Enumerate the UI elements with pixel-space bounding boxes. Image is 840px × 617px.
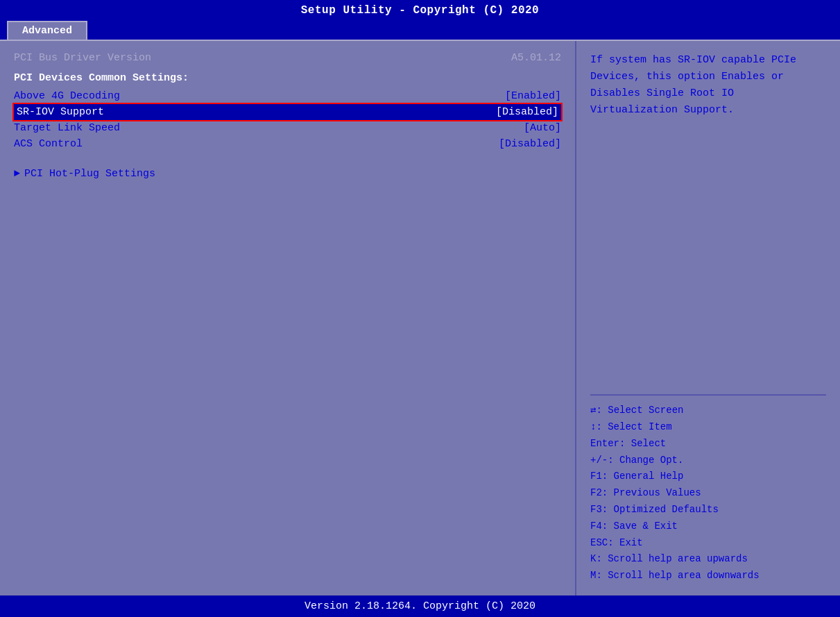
- pci-hotplug-submenu[interactable]: ► PCI Hot-Plug Settings: [14, 166, 561, 182]
- submenu-arrow-icon: ►: [14, 168, 20, 180]
- acs-label: ACS Control: [14, 138, 83, 150]
- right-panel: If system has SR-IOV capable PCIe Device…: [576, 41, 840, 595]
- nav-key-8: F4: Save & Exit: [590, 518, 826, 535]
- common-settings-header: PCI Devices Common Settings:: [14, 72, 561, 84]
- setting-row-above4g[interactable]: Above 4G Decoding [Enabled]: [14, 88, 561, 104]
- main-area: PCI Bus Driver Version A5.01.12 PCI Devi…: [0, 40, 840, 595]
- tab-bar: Advanced: [0, 21, 840, 40]
- target-link-label: Target Link Speed: [14, 122, 120, 134]
- title-text: Setup Utility - Copyright (C) 2020: [301, 4, 539, 17]
- nav-key-1: ⇄: Select Screen: [590, 403, 826, 419]
- acs-value: [Disabled]: [499, 138, 561, 150]
- nav-key-3: Enter: Select: [590, 436, 826, 453]
- divider: [590, 394, 826, 396]
- pci-hotplug-label: PCI Hot-Plug Settings: [24, 168, 155, 180]
- pci-driver-row: PCI Bus Driver Version A5.01.12: [14, 52, 561, 64]
- version-text: Version 2.18.1264. Copyright (C) 2020: [305, 600, 535, 612]
- left-panel: PCI Bus Driver Version A5.01.12 PCI Devi…: [0, 41, 576, 595]
- setting-row-acs[interactable]: ACS Control [Disabled]: [14, 136, 561, 152]
- help-text: If system has SR-IOV capable PCIe Device…: [590, 52, 826, 387]
- target-link-value: [Auto]: [524, 122, 561, 134]
- nav-key-6: F2: Previous Values: [590, 485, 826, 502]
- version-bar: Version 2.18.1264. Copyright (C) 2020: [0, 595, 840, 617]
- above4g-value: [Enabled]: [505, 90, 561, 102]
- pci-driver-value: A5.01.12: [511, 52, 561, 64]
- sriov-label: SR-IOV Support: [17, 106, 104, 118]
- nav-key-11: M: Scroll help area downwards: [590, 568, 826, 584]
- nav-key-5: F1: General Help: [590, 468, 826, 485]
- nav-key-9: ESC: Exit: [590, 535, 826, 552]
- pci-driver-label: PCI Bus Driver Version: [14, 52, 151, 64]
- setting-row-target-link[interactable]: Target Link Speed [Auto]: [14, 120, 561, 136]
- nav-key-7: F3: Optimized Defaults: [590, 502, 826, 518]
- nav-key-2: ↕: Select Item: [590, 419, 826, 436]
- advanced-tab[interactable]: Advanced: [7, 21, 87, 40]
- sriov-value: [Disabled]: [496, 106, 558, 118]
- setting-row-sriov[interactable]: SR-IOV Support [Disabled]: [14, 104, 561, 120]
- nav-help: ⇄: Select Screen ↕: Select Item Enter: S…: [590, 403, 826, 584]
- title-bar: Setup Utility - Copyright (C) 2020: [0, 0, 840, 21]
- nav-key-4: +/-: Change Opt.: [590, 453, 826, 469]
- nav-key-10: K: Scroll help area upwards: [590, 551, 826, 568]
- above4g-label: Above 4G Decoding: [14, 90, 120, 102]
